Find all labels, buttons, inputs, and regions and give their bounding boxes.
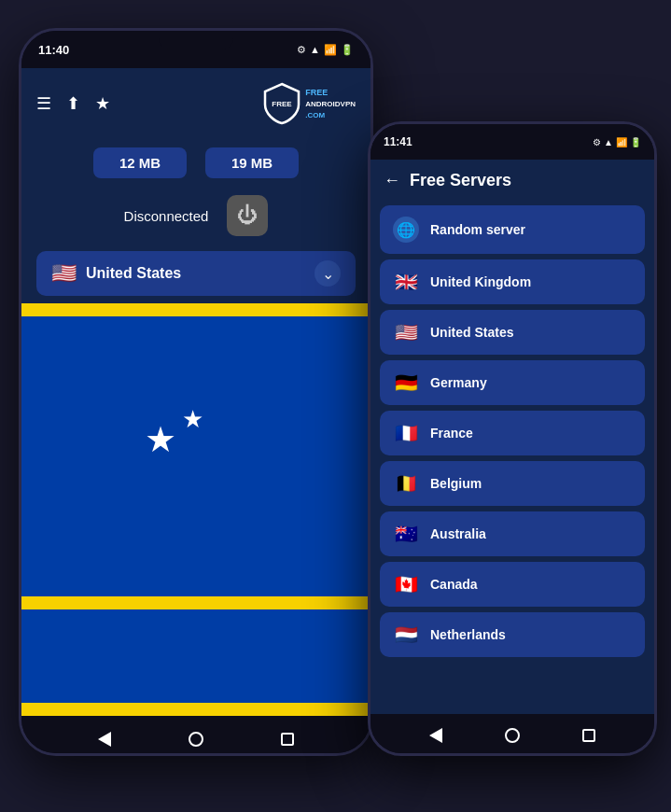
share-icon[interactable]: ⬆: [66, 93, 80, 114]
server-name-random: Random server: [430, 222, 632, 237]
country-name: United States: [86, 265, 305, 282]
server-item-be[interactable]: 🇧🇪 Belgium: [380, 461, 645, 506]
recent-nav-right[interactable]: [582, 729, 595, 742]
status-bar-left: 11:40 ⚙ ▲ 📶 🔋: [21, 31, 370, 68]
status-icons-right: ⚙ ▲ 📶 🔋: [593, 137, 641, 147]
menu-icon[interactable]: ☰: [36, 93, 51, 114]
flag-blue-top: ★ ★: [21, 316, 370, 596]
app-header: ☰ ⬆ ★ FREE FREE ANDROIDVPN .COM: [21, 68, 370, 138]
flag-de: 🇩🇪: [393, 371, 419, 394]
server-name-au: Australia: [430, 526, 632, 541]
server-item-au[interactable]: 🇦🇺 Australia: [380, 511, 645, 556]
server-name-ca: Canada: [430, 577, 632, 592]
battery-icon-right: 🔋: [630, 137, 641, 147]
phone-screen-right: ← Free Servers 🌐 Random server 🇬🇧 United…: [370, 160, 654, 714]
server-item-fr[interactable]: 🇫🇷 France: [380, 411, 645, 455]
svg-text:FREE: FREE: [273, 100, 293, 108]
flag-au: 🇦🇺: [393, 523, 419, 545]
home-nav-left[interactable]: [189, 732, 203, 747]
signal-icon: 📶: [324, 44, 337, 56]
connection-status: Disconnected: [124, 208, 209, 224]
logo-shield: FREE: [259, 77, 305, 129]
country-selector[interactable]: 🇺🇸 United States ⌄: [36, 251, 356, 296]
back-arrow-icon[interactable]: ←: [384, 171, 400, 190]
connection-row: Disconnected ⏻: [21, 188, 370, 244]
upload-stat: 19 MB: [205, 147, 299, 178]
time-left: 11:40: [38, 43, 69, 57]
recent-nav-left[interactable]: [281, 733, 294, 746]
status-bar-right: 11:41 ⚙ ▲ 📶 🔋: [370, 124, 654, 160]
flag-us: 🇺🇸: [393, 321, 419, 343]
server-item-random[interactable]: 🌐 Random server: [380, 205, 645, 254]
country-flag: 🇺🇸: [51, 261, 77, 286]
signal-icon-right: 📶: [616, 137, 627, 147]
server-item-uk[interactable]: 🇬🇧 United Kingdom: [380, 259, 645, 304]
star-large-icon: ★: [145, 419, 176, 460]
flag-yellow-bottom: [21, 703, 370, 716]
battery-icon: 🔋: [341, 44, 354, 56]
server-item-de[interactable]: 🇩🇪 Germany: [380, 360, 645, 405]
server-name-de: Germany: [430, 375, 632, 390]
server-item-ca[interactable]: 🇨🇦 Canada: [380, 562, 645, 607]
time-right: 11:41: [384, 135, 412, 148]
rate-icon[interactable]: ★: [95, 93, 110, 114]
back-nav-right[interactable]: [429, 728, 442, 743]
status-icons-left: ⚙ ▲ 📶 🔋: [297, 44, 354, 56]
server-item-us[interactable]: 🇺🇸 United States: [380, 310, 645, 355]
logo-text: FREE ANDROIDVPN .COM: [305, 87, 356, 120]
flag-be: 🇧🇪: [393, 472, 419, 495]
server-name-uk: United Kingdom: [430, 274, 632, 289]
phone-right: 11:41 ⚙ ▲ 📶 🔋 ← Free Servers 🌐 Random se…: [368, 121, 657, 756]
wifi-icon: ▲: [310, 44, 320, 55]
download-stat: 12 MB: [93, 147, 187, 178]
phone-left: 11:40 ⚙ ▲ 📶 🔋 ☰ ⬆ ★ FREE FREE: [19, 28, 373, 756]
flag-yellow-mid: [21, 596, 370, 609]
power-button[interactable]: ⏻: [227, 195, 268, 236]
curacao-flag: ★ ★: [21, 303, 370, 716]
flag-display: ★ ★: [21, 303, 370, 716]
server-name-be: Belgium: [430, 476, 632, 491]
flag-yellow-top: [21, 303, 370, 316]
bottom-nav-right: [370, 714, 654, 756]
logo-area: FREE FREE ANDROIDVPN .COM: [259, 77, 356, 129]
chevron-down-icon: ⌄: [315, 260, 341, 287]
server-name-us: United States: [430, 325, 632, 340]
servers-title: Free Servers: [410, 171, 511, 190]
settings-icon-right: ⚙: [593, 137, 601, 147]
server-name-fr: France: [430, 426, 632, 441]
stats-row: 12 MB 19 MB: [21, 138, 370, 188]
flag-fr: 🇫🇷: [393, 422, 419, 444]
flag-ca: 🇨🇦: [393, 573, 419, 595]
globe-icon: 🌐: [393, 217, 419, 243]
settings-icon: ⚙: [297, 44, 306, 56]
server-name-nl: Netherlands: [430, 627, 632, 642]
bottom-nav-left: [21, 716, 370, 756]
wifi-icon-right: ▲: [604, 137, 613, 147]
phone-screen-left: ☰ ⬆ ★ FREE FREE ANDROIDVPN .COM 12 MB: [21, 68, 370, 716]
server-item-nl[interactable]: 🇳🇱 Netherlands: [380, 612, 645, 657]
back-nav-left[interactable]: [98, 732, 111, 747]
server-list: 🌐 Random server 🇬🇧 United Kingdom 🇺🇸 Uni…: [370, 202, 654, 714]
star-small-icon: ★: [182, 405, 203, 434]
flag-nl: 🇳🇱: [393, 623, 419, 646]
flag-blue-bottom: [21, 609, 370, 703]
servers-header: ← Free Servers: [370, 160, 654, 202]
flag-uk: 🇬🇧: [393, 271, 419, 293]
home-nav-right[interactable]: [505, 728, 520, 743]
